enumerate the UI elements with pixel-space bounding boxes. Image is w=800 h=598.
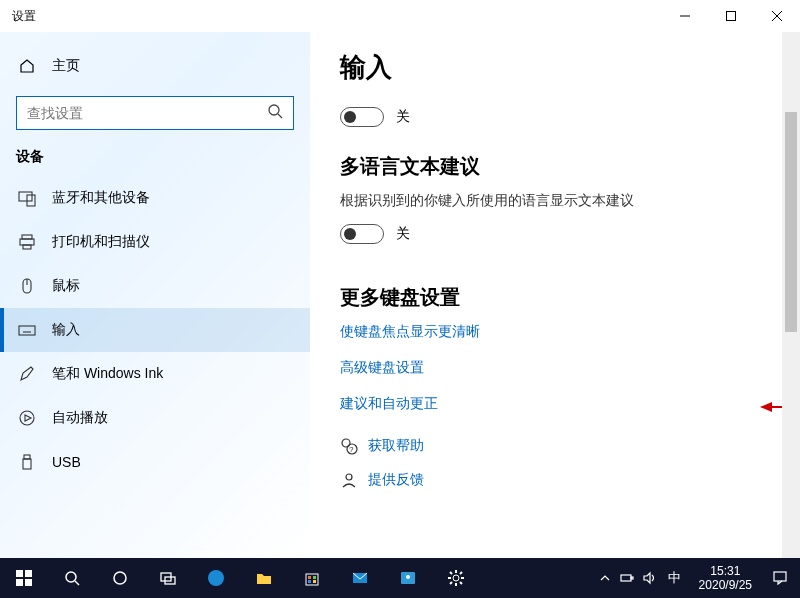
svg-line-54: [460, 572, 462, 574]
mouse-icon: [16, 277, 38, 295]
taskbar-store-button[interactable]: [288, 558, 336, 598]
search-icon: [267, 103, 283, 123]
svg-rect-29: [16, 570, 23, 577]
taskbar-start-button[interactable]: [0, 558, 48, 598]
window-maximize-button[interactable]: [708, 0, 754, 32]
devices-icon: [16, 189, 38, 207]
home-icon: [16, 58, 38, 74]
ime-indicator[interactable]: 中: [664, 569, 685, 587]
feedback-link-label: 提供反馈: [368, 471, 424, 489]
toggle-state-label: 关: [396, 108, 410, 126]
help-link-label: 获取帮助: [368, 437, 424, 455]
svg-line-53: [460, 582, 462, 584]
svg-rect-56: [621, 575, 631, 581]
sidebar-item-autoplay[interactable]: 自动播放: [0, 396, 310, 440]
sidebar-item-typing[interactable]: 输入: [0, 308, 310, 352]
search-input[interactable]: [27, 105, 267, 121]
svg-line-52: [450, 572, 452, 574]
content-pane: 输入 关 多语言文本建议 根据识别到的你键入所使用的语言显示文本建议 关 更多键…: [310, 32, 800, 558]
multilang-description: 根据识别到的你键入所使用的语言显示文本建议: [340, 192, 790, 210]
svg-rect-1: [727, 12, 736, 21]
sidebar-item-label: 笔和 Windows Ink: [52, 365, 163, 383]
taskbar-taskview-button[interactable]: [144, 558, 192, 598]
sidebar-home-label: 主页: [52, 57, 80, 75]
taskbar-explorer-button[interactable]: [240, 558, 288, 598]
taskbar-cortana-button[interactable]: [96, 558, 144, 598]
svg-point-46: [406, 575, 410, 579]
sidebar-search[interactable]: [16, 96, 294, 130]
sidebar-item-mouse[interactable]: 鼠标: [0, 264, 310, 308]
toggle-switch-2[interactable]: [340, 224, 384, 244]
svg-rect-32: [25, 579, 32, 586]
page-title: 输入: [340, 50, 790, 85]
svg-rect-42: [308, 580, 311, 583]
sidebar-home[interactable]: 主页: [0, 46, 310, 86]
svg-rect-6: [19, 192, 32, 201]
content-scrollbar[interactable]: [782, 32, 800, 558]
sidebar-item-label: 打印机和扫描仪: [52, 233, 150, 251]
usb-icon: [16, 453, 38, 471]
svg-point-4: [269, 105, 279, 115]
scrollbar-thumb[interactable]: [785, 112, 797, 332]
clock-date: 2020/9/25: [699, 578, 752, 592]
section-more-heading: 更多键盘设置: [340, 284, 790, 311]
keyboard-icon: [16, 321, 38, 339]
svg-rect-43: [313, 580, 316, 583]
svg-text:?: ?: [349, 445, 354, 454]
link-advanced-keyboard[interactable]: 高级键盘设置: [340, 359, 790, 377]
help-link-row[interactable]: ? 获取帮助: [340, 431, 790, 461]
taskbar-search-button[interactable]: [48, 558, 96, 598]
taskbar-contacts-button[interactable]: [384, 558, 432, 598]
taskbar-edge-button[interactable]: [192, 558, 240, 598]
tray-battery-icon[interactable]: [620, 571, 634, 585]
clock-time: 15:31: [710, 564, 740, 578]
svg-marker-20: [25, 415, 31, 421]
svg-line-34: [75, 581, 79, 585]
window-minimize-button[interactable]: [662, 0, 708, 32]
sidebar-item-printers[interactable]: 打印机和扫描仪: [0, 220, 310, 264]
tray-volume-icon[interactable]: [642, 571, 656, 585]
svg-rect-57: [631, 577, 633, 579]
section-multilang-heading: 多语言文本建议: [340, 153, 790, 180]
feedback-link-row[interactable]: 提供反馈: [340, 465, 790, 495]
sidebar-item-label: 蓝牙和其他设备: [52, 189, 150, 207]
sidebar-item-usb[interactable]: USB: [0, 440, 310, 484]
sidebar-group-label: 设备: [0, 148, 310, 166]
svg-line-55: [450, 582, 452, 584]
sidebar-item-label: USB: [52, 454, 81, 470]
link-keyboard-focus[interactable]: 使键盘焦点显示更清晰: [340, 323, 790, 341]
link-suggestions[interactable]: 建议和自动更正: [340, 395, 790, 413]
taskbar-settings-button[interactable]: [432, 558, 480, 598]
svg-point-35: [114, 572, 126, 584]
svg-point-33: [66, 572, 76, 582]
svg-point-26: [346, 474, 352, 480]
help-icon: ?: [340, 437, 368, 455]
svg-rect-39: [306, 574, 318, 585]
svg-rect-30: [25, 570, 32, 577]
svg-marker-58: [644, 573, 650, 583]
toggle-switch-1[interactable]: [340, 107, 384, 127]
tray-chevron-up-icon[interactable]: [598, 571, 612, 585]
svg-marker-28: [760, 402, 772, 412]
taskbar-mail-button[interactable]: [336, 558, 384, 598]
sidebar-item-bluetooth[interactable]: 蓝牙和其他设备: [0, 176, 310, 220]
sidebar-item-label: 鼠标: [52, 277, 80, 295]
autoplay-icon: [16, 409, 38, 427]
svg-rect-8: [22, 235, 32, 239]
taskbar-action-center[interactable]: [760, 570, 800, 586]
pen-icon: [16, 365, 38, 383]
sidebar-item-label: 自动播放: [52, 409, 108, 427]
svg-rect-59: [774, 572, 786, 581]
taskbar-clock[interactable]: 15:31 2020/9/25: [691, 564, 760, 592]
window-close-button[interactable]: [754, 0, 800, 32]
printer-icon: [16, 233, 38, 251]
svg-rect-22: [23, 459, 31, 469]
svg-rect-9: [20, 239, 34, 245]
svg-rect-10: [23, 245, 31, 249]
window-titlebar: 设置: [0, 0, 800, 32]
taskbar: 中 15:31 2020/9/25: [0, 558, 800, 598]
system-tray[interactable]: 中: [598, 569, 691, 587]
feedback-icon: [340, 471, 368, 489]
sidebar-item-pen[interactable]: 笔和 Windows Ink: [0, 352, 310, 396]
toggle-state-label: 关: [396, 225, 410, 243]
